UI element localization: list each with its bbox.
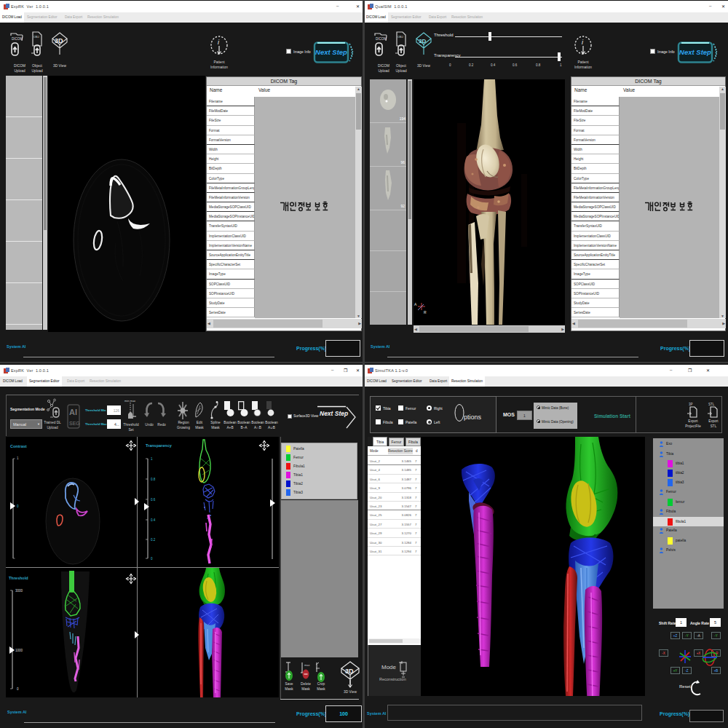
- svg-text:STL: STL: [708, 403, 715, 406]
- svg-text:Threshold: Threshold: [9, 576, 28, 580]
- svg-text:Next Step: Next Step: [315, 48, 347, 56]
- svg-text:1: 1: [151, 457, 153, 461]
- svg-text:Transparency: Transparency: [146, 443, 173, 448]
- svg-text:i: i: [218, 39, 220, 46]
- svg-text:0.6: 0.6: [151, 498, 156, 502]
- svg-text:3D: 3D: [345, 668, 354, 675]
- svg-text:DICOM: DICOM: [12, 37, 23, 41]
- svg-text:OBJ: OBJ: [33, 35, 39, 39]
- svg-text:i: i: [582, 39, 584, 46]
- svg-text:0: 0: [17, 505, 19, 508]
- svg-text:3D: 3D: [55, 37, 63, 44]
- svg-text:0.4: 0.4: [151, 518, 156, 522]
- svg-text:max: max: [304, 663, 310, 667]
- svg-text:A: A: [414, 302, 417, 306]
- svg-text:DICOM: DICOM: [376, 37, 387, 41]
- svg-text:Next Step: Next Step: [320, 410, 348, 417]
- svg-text:Next Step: Next Step: [679, 48, 711, 56]
- svg-text:3000: 3000: [15, 589, 23, 593]
- svg-text:ptions: ptions: [464, 414, 482, 421]
- svg-text:0.2: 0.2: [151, 538, 156, 542]
- svg-text:0: 0: [151, 557, 153, 561]
- svg-text:3D: 3D: [419, 38, 426, 44]
- svg-text:Contrast: Contrast: [10, 444, 27, 448]
- svg-text:3P: 3P: [689, 403, 693, 406]
- svg-text:0.8: 0.8: [151, 478, 156, 481]
- svg-text:OBJ: OBJ: [397, 35, 403, 39]
- svg-text:1000: 1000: [15, 649, 23, 652]
- svg-text:0: 0: [17, 687, 19, 691]
- svg-text:SEG: SEG: [69, 421, 80, 426]
- svg-text:R: R: [424, 310, 427, 314]
- svg-text:AI: AI: [69, 408, 77, 416]
- svg-text:1: 1: [17, 456, 19, 460]
